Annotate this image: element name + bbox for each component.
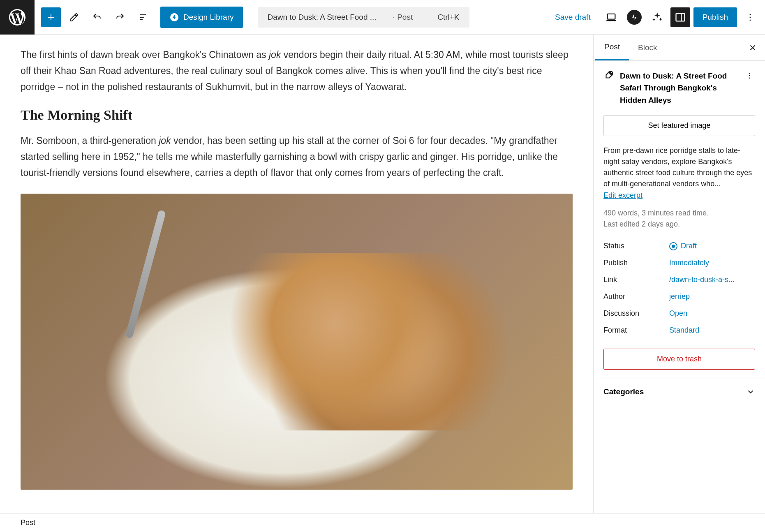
move-to-trash-button[interactable]: Move to trash — [603, 349, 755, 370]
settings-sidebar-toggle[interactable] — [670, 7, 690, 27]
publish-value-button[interactable]: Immediately — [669, 259, 709, 267]
editor-area: The first hints of dawn break over Bangk… — [0, 35, 765, 513]
link-value-button[interactable]: /dawn-to-dusk-a-s... — [669, 275, 735, 284]
editor-toolbar: Design Library Dawn to Dusk: A Street Fo… — [0, 0, 765, 35]
status-value-button[interactable]: Draft — [669, 242, 697, 250]
summary-publish-row: Publish Immediately — [603, 254, 755, 271]
featured-image-button[interactable]: Set featured image — [603, 115, 755, 136]
svg-point-6 — [750, 19, 751, 21]
command-palette-button[interactable]: Dawn to Dusk: A Street Food ... · Post C… — [258, 7, 469, 28]
redo-icon — [115, 12, 125, 22]
options-button[interactable] — [740, 7, 760, 27]
paragraph-block[interactable]: The first hints of dawn break over Bangk… — [21, 47, 573, 95]
format-value-button[interactable]: Standard — [669, 326, 699, 335]
status-label: Status — [603, 242, 669, 250]
link-label: Link — [603, 275, 669, 284]
author-label: Author — [603, 292, 669, 301]
command-title: Dawn to Dusk: A Street Food ... — [268, 13, 377, 22]
tab-post[interactable]: Post — [595, 35, 629, 60]
pencil-icon — [69, 12, 79, 22]
design-library-button[interactable]: Design Library — [160, 7, 243, 28]
format-label: Format — [603, 326, 669, 335]
heading-block[interactable]: The Morning Shift — [21, 107, 573, 123]
discussion-value-button[interactable]: Open — [669, 309, 687, 318]
post-panel: Dawn to Dusk: A Street Food Safari Throu… — [594, 61, 765, 379]
summary-link-row: Link /dawn-to-dusk-a-s... — [603, 271, 755, 288]
undo-button[interactable] — [87, 7, 107, 27]
settings-sidebar: Post Block Dawn to Dusk: A Street Food S… — [593, 35, 765, 513]
ai-button[interactable] — [647, 7, 667, 27]
last-edited-text: Last edited 2 days ago. — [603, 220, 755, 229]
save-draft-button[interactable]: Save draft — [548, 9, 598, 26]
excerpt-preview: From pre-dawn rice porridge stalls to la… — [603, 145, 755, 190]
bolt-circle-icon — [169, 12, 179, 22]
publish-button[interactable]: Publish — [693, 7, 737, 27]
breadcrumb-item[interactable]: Post — [21, 518, 35, 527]
view-button[interactable] — [601, 7, 621, 27]
command-type: · Post — [393, 13, 413, 22]
sparkle-icon — [652, 12, 663, 23]
summary-status-row: Status Draft — [603, 238, 755, 254]
summary-discussion-row: Discussion Open — [603, 305, 755, 322]
publish-label: Publish — [603, 259, 669, 267]
document-overview-button[interactable] — [133, 7, 153, 27]
svg-point-9 — [749, 78, 750, 79]
summary-format-row: Format Standard — [603, 322, 755, 339]
author-value-button[interactable]: jerriep — [669, 292, 690, 301]
wordpress-logo[interactable] — [0, 0, 35, 35]
undo-icon — [92, 12, 102, 22]
sidebar-tabs: Post Block — [594, 35, 765, 61]
feather-icon — [603, 70, 614, 81]
categories-panel-toggle[interactable]: Categories — [594, 379, 765, 405]
close-icon — [748, 43, 757, 52]
svg-point-8 — [749, 75, 750, 76]
svg-point-7 — [749, 73, 750, 74]
summary-author-row: Author jerriep — [603, 288, 755, 305]
redo-button[interactable] — [110, 7, 130, 27]
design-library-label: Design Library — [183, 13, 234, 22]
list-icon — [138, 12, 148, 22]
toolbar-right: Save draft Publish — [548, 7, 760, 27]
ellipsis-icon — [745, 12, 755, 22]
command-shortcut: Ctrl+K — [437, 13, 459, 22]
ellipsis-icon — [745, 72, 753, 80]
image-block[interactable] — [21, 194, 573, 490]
block-inserter-button[interactable] — [41, 7, 61, 27]
svg-rect-2 — [676, 13, 684, 21]
close-sidebar-button[interactable] — [746, 41, 759, 54]
svg-point-4 — [750, 14, 751, 15]
categories-label: Categories — [603, 387, 644, 396]
paragraph-block[interactable]: Mr. Somboon, a third-generation jok vend… — [21, 133, 573, 181]
post-title[interactable]: Dawn to Dusk: A Street Food Safari Throu… — [620, 70, 738, 106]
word-count-text: 490 words, 3 minutes read time. — [603, 209, 755, 217]
draft-status-icon — [669, 242, 677, 250]
edit-tools-button[interactable] — [64, 7, 84, 27]
jetpack-icon — [627, 10, 642, 25]
toolbar-left: Design Library Dawn to Dusk: A Street Fo… — [35, 7, 469, 28]
svg-point-5 — [750, 16, 751, 18]
jetpack-button[interactable] — [624, 7, 644, 27]
image-content — [125, 210, 166, 339]
laptop-icon — [606, 12, 617, 23]
post-actions-button[interactable] — [744, 70, 755, 83]
sidebar-icon — [675, 12, 686, 23]
edit-excerpt-link[interactable]: Edit excerpt — [603, 191, 643, 200]
block-breadcrumb: Post — [0, 513, 765, 532]
post-summary: Status Draft Publish Immediately Link /d… — [603, 238, 755, 339]
svg-rect-1 — [607, 14, 615, 19]
plus-icon — [46, 12, 56, 22]
post-title-row: Dawn to Dusk: A Street Food Safari Throu… — [603, 70, 755, 106]
chevron-down-icon — [746, 387, 755, 396]
editor-content[interactable]: The first hints of dawn break over Bangk… — [0, 35, 593, 513]
discussion-label: Discussion — [603, 309, 669, 318]
tab-block[interactable]: Block — [629, 35, 666, 60]
wordpress-icon — [7, 7, 27, 27]
